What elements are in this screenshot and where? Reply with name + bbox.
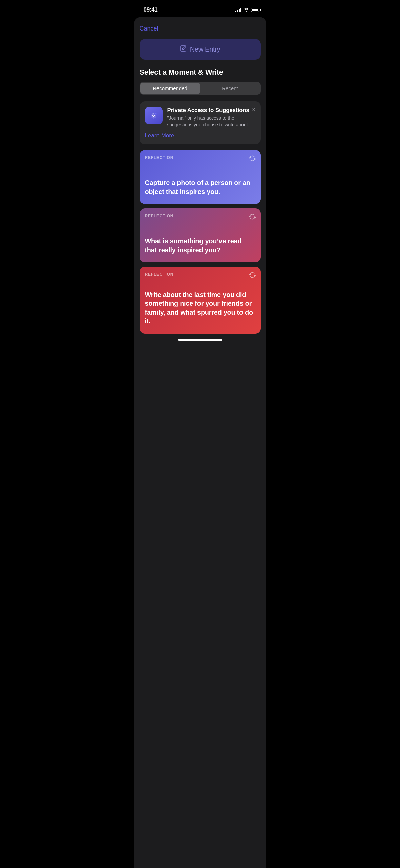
home-indicator: [178, 339, 222, 341]
learn-more-button[interactable]: Learn More: [145, 132, 174, 139]
reflection-card-1[interactable]: REFLECTION Capture a photo of a person o…: [140, 150, 261, 204]
reflection-label-1: REFLECTION: [145, 155, 255, 160]
tab-recent[interactable]: Recent: [200, 83, 260, 94]
main-content: Cancel New Entry Select a Moment & Write…: [134, 17, 266, 868]
new-entry-button[interactable]: New Entry: [140, 39, 261, 60]
refresh-button-3[interactable]: [249, 271, 256, 280]
battery-icon: [251, 8, 259, 12]
privacy-close-button[interactable]: ×: [252, 107, 255, 112]
privacy-text-block: Private Access to Suggestions "Journal" …: [167, 107, 255, 128]
wifi-icon: [244, 7, 249, 13]
privacy-title: Private Access to Suggestions: [167, 107, 255, 114]
privacy-description: "Journal" only has access to the suggest…: [167, 115, 255, 128]
status-time: 09:41: [144, 6, 158, 13]
section-title: Select a Moment & Write: [140, 68, 261, 77]
status-bar: 09:41: [134, 0, 266, 17]
reflection-label-2: REFLECTION: [145, 214, 255, 218]
privacy-card: Private Access to Suggestions "Journal" …: [140, 101, 261, 144]
reflection-prompt-1: Capture a photo of a person or an object…: [145, 178, 255, 196]
tab-recommended[interactable]: Recommended: [140, 83, 200, 94]
segment-control: Recommended Recent: [140, 82, 261, 95]
reflection-card-2[interactable]: REFLECTION What is something you’ve read…: [140, 208, 261, 262]
reflection-card-3[interactable]: REFLECTION Write about the last time you…: [140, 267, 261, 334]
new-entry-icon: [180, 45, 187, 54]
refresh-button-2[interactable]: [249, 213, 256, 222]
cancel-button[interactable]: Cancel: [140, 24, 159, 34]
reflection-prompt-3: Write about the last time you did someth…: [145, 290, 255, 326]
privacy-card-header: Private Access to Suggestions "Journal" …: [145, 107, 255, 128]
refresh-button-1[interactable]: [249, 155, 256, 164]
status-icons: [235, 7, 259, 13]
signal-icon: [235, 8, 241, 12]
reflection-prompt-2: What is something you’ve read that reall…: [145, 237, 255, 254]
privacy-app-icon: [145, 107, 163, 124]
reflection-label-3: REFLECTION: [145, 272, 255, 277]
new-entry-label: New Entry: [190, 45, 220, 53]
svg-rect-0: [181, 46, 186, 51]
